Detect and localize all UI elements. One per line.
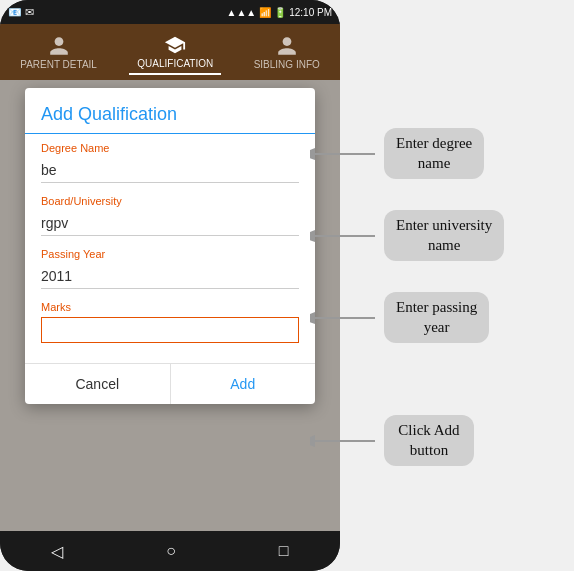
arrow-university xyxy=(310,221,380,251)
status-bar: 📧 ✉ ▲▲▲ 📶 🔋 12:10 PM xyxy=(0,0,340,24)
back-button[interactable]: ◁ xyxy=(51,542,63,561)
dialog: Add Qualification Degree Name Board/Univ… xyxy=(25,88,315,404)
university-label: Board/University xyxy=(41,195,299,207)
university-group: Board/University xyxy=(41,195,299,236)
cancel-button[interactable]: Cancel xyxy=(25,364,171,404)
add-button[interactable]: Add xyxy=(171,364,316,404)
tab-qualification-label: QUALIFICATION xyxy=(137,58,213,69)
annotation-degree-label: Enter degreename xyxy=(384,128,484,179)
annotation-university-label: Enter universityname xyxy=(384,210,504,261)
annotation-add-button-label: Click Addbutton xyxy=(384,415,474,466)
university-input[interactable] xyxy=(41,211,299,236)
status-icons-right: ▲▲▲ 📶 🔋 12:10 PM xyxy=(226,7,332,18)
signal-icon: ▲▲▲ xyxy=(226,7,256,18)
annotation-university: Enter universityname xyxy=(310,210,504,261)
annotation-passing-year: Enter passingyear xyxy=(310,292,489,343)
passing-year-group: Passing Year xyxy=(41,248,299,289)
annotation-passing-year-label: Enter passingyear xyxy=(384,292,489,343)
tab-qualification[interactable]: QUALIFICATION xyxy=(129,30,221,75)
status-icons-left: 📧 ✉ xyxy=(8,6,34,19)
dialog-body: Degree Name Board/University Passing Yea… xyxy=(25,134,315,363)
annotation-add-button: Click Addbutton xyxy=(310,415,474,466)
marks-group: Marks xyxy=(41,301,299,343)
marks-label: Marks xyxy=(41,301,299,313)
tab-sibling-info[interactable]: SIBLING INFO xyxy=(246,31,328,74)
arrow-add-button xyxy=(310,426,380,456)
app-bar: PARENT DETAIL QUALIFICATION SIBLING INFO xyxy=(0,24,340,80)
screen-content: Add Qualification Degree Name Board/Univ… xyxy=(0,80,340,531)
degree-name-input[interactable] xyxy=(41,158,299,183)
battery-icon: 🔋 xyxy=(274,7,286,18)
tab-parent-detail[interactable]: PARENT DETAIL xyxy=(12,31,105,74)
dialog-title: Add Qualification xyxy=(25,88,315,134)
degree-name-group: Degree Name xyxy=(41,142,299,183)
arrow-degree xyxy=(310,139,380,169)
passing-year-input[interactable] xyxy=(41,264,299,289)
passing-year-label: Passing Year xyxy=(41,248,299,260)
annotation-degree: Enter degreename xyxy=(310,128,484,179)
tab-parent-detail-label: PARENT DETAIL xyxy=(20,59,97,70)
wifi-icon: 📶 xyxy=(259,7,271,18)
dialog-actions: Cancel Add xyxy=(25,363,315,404)
recent-button[interactable]: □ xyxy=(279,542,289,560)
dialog-overlay: Add Qualification Degree Name Board/Univ… xyxy=(0,80,340,531)
phone-shell: 📧 ✉ ▲▲▲ 📶 🔋 12:10 PM PARENT DETAIL QUALI… xyxy=(0,0,340,571)
time-display: 12:10 PM xyxy=(289,7,332,18)
tab-sibling-info-label: SIBLING INFO xyxy=(254,59,320,70)
degree-name-label: Degree Name xyxy=(41,142,299,154)
marks-input[interactable] xyxy=(41,317,299,343)
bottom-nav: ◁ ○ □ xyxy=(0,531,340,571)
arrow-passing-year xyxy=(310,303,380,333)
home-button[interactable]: ○ xyxy=(166,542,176,560)
